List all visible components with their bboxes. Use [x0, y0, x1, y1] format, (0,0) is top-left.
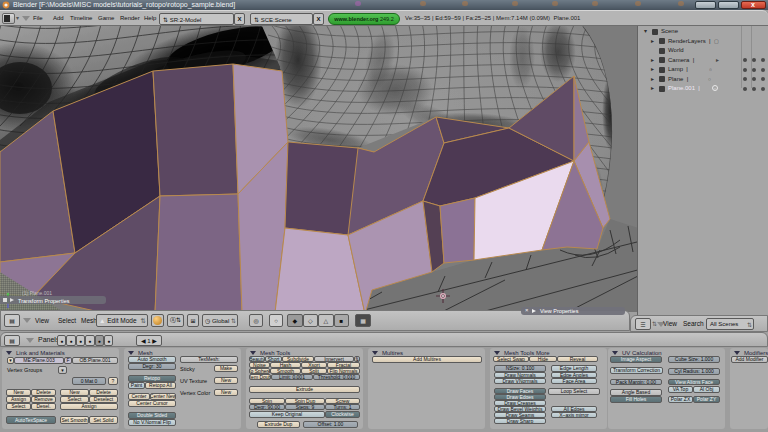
svg-text:(1) Plane.001: (1) Plane.001	[22, 290, 52, 296]
svg-text:Transform Properties: Transform Properties	[18, 298, 70, 304]
